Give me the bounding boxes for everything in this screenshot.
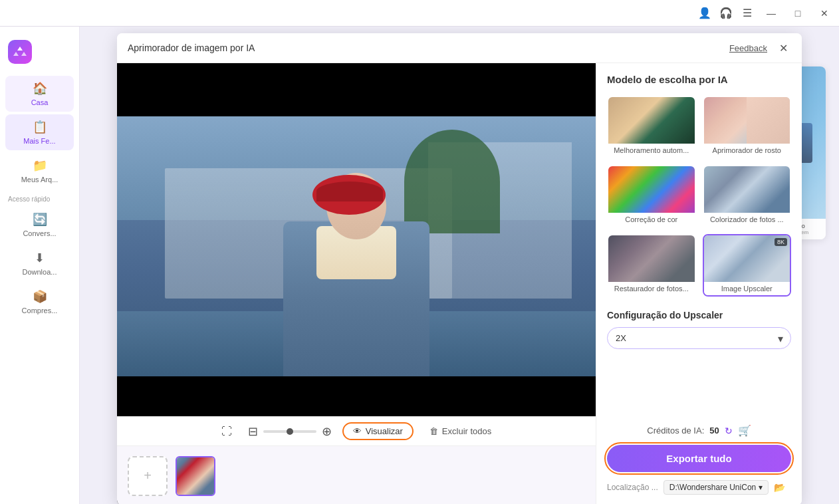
model-label-upscaler: Image Upscaler — [704, 282, 790, 295]
dropdown-wrapper: 2X 4X 8X — [607, 327, 791, 349]
plus-icon: + — [144, 468, 152, 483]
location-row: Localização ... D:\Wondershare UniCon ▾ … — [607, 480, 791, 495]
modal-body: ⛶ ⊟ ⊕ 👁 — [117, 63, 802, 504]
logo-icon — [8, 40, 32, 64]
user-icon[interactable]: 👤 — [698, 7, 711, 20]
model-grid: Melhoramento autom... Aprimorador de ros… — [607, 96, 791, 297]
feedback-link[interactable]: Feedback — [729, 43, 767, 53]
zoom-slider[interactable] — [263, 430, 316, 433]
modal-container: tudo imagem Aprimorador de imagem por IA… — [80, 27, 839, 504]
upscaler-dropdown[interactable]: 2X 4X 8X — [607, 327, 791, 349]
modal-title: Aprimorador de imagem por IA — [128, 43, 255, 53]
zoom-controls: ⊟ ⊕ — [248, 424, 332, 439]
black-bottom — [117, 376, 596, 416]
visualize-button[interactable]: 👁 Visualizar — [342, 422, 414, 440]
right-panel: Modelo de escolha por IA Melhoramento au… — [596, 63, 802, 504]
image-viewer: ⛶ ⊟ ⊕ 👁 — [117, 63, 596, 504]
model-img-face — [704, 97, 790, 144]
fit-icon: ⛶ — [221, 426, 232, 438]
viewer-toolbar: ⛶ ⊟ ⊕ 👁 — [117, 416, 596, 445]
model-label-color: Correção de cor — [608, 213, 695, 226]
convert-icon: 🔄 — [33, 212, 47, 227]
model-img-upscaler: 8K — [704, 235, 790, 282]
content-area: tudo imagem Aprimorador de imagem por IA… — [80, 27, 839, 504]
maximize-button[interactable]: □ — [788, 4, 807, 23]
sidebar-compress-label: Compres... — [22, 307, 58, 315]
sidebar-files-label: Meus Arq... — [21, 176, 59, 184]
cart-icon[interactable]: 🛒 — [738, 424, 751, 437]
image-placeholder — [117, 63, 596, 416]
sidebar-item-download[interactable]: ⬇ Downloa... — [5, 245, 74, 281]
credits-value: 50 — [709, 426, 719, 436]
sidebar: 🏠 Casa 📋 Mais Fe... 📁 Meus Arq... Acesso… — [0, 27, 80, 504]
model-img-auto — [608, 97, 695, 144]
zoom-handle[interactable] — [287, 428, 293, 435]
sidebar-item-compress[interactable]: 📦 Compres... — [5, 284, 74, 320]
files-icon: 📁 — [33, 158, 47, 173]
model-img-restore — [608, 235, 695, 282]
location-chevron: ▾ — [759, 483, 763, 492]
model-label-face: Aprimorador de rosto — [704, 144, 790, 157]
home-icon: 🏠 — [33, 81, 47, 96]
panel-title: Modelo de escolha por IA — [607, 74, 791, 85]
panel-bottom: Créditos de IA: 50 ↻ 🛒 Exportar tudo Loc… — [607, 424, 791, 495]
eye-icon: 👁 — [353, 426, 362, 436]
modal-titlebar: Aprimorador de imagem por IA Feedback ✕ — [117, 33, 802, 63]
location-path-text: D:\Wondershare UniCon — [669, 483, 757, 492]
config-title: Configuração do Upscaler — [607, 310, 791, 320]
model-card-restore[interactable]: Restaurador de fotos... — [607, 234, 696, 297]
refresh-icon[interactable]: ↻ — [725, 426, 733, 436]
black-top — [117, 63, 596, 116]
compress-icon: 📦 — [33, 289, 47, 304]
sidebar-item-convert[interactable]: 🔄 Convers... — [5, 207, 74, 243]
model-img-colorizer — [704, 166, 790, 213]
title-bar: 👤 🎧 ☰ — □ ✕ — [0, 0, 839, 27]
zoom-out-icon[interactable]: ⊟ — [248, 424, 258, 439]
model-card-color[interactable]: Correção de cor — [607, 165, 696, 227]
model-img-color — [608, 166, 695, 213]
location-path[interactable]: D:\Wondershare UniCon ▾ — [663, 480, 769, 495]
sidebar-download-label: Downloa... — [23, 268, 57, 276]
credits-label: Créditos de IA: — [647, 426, 704, 436]
close-button[interactable]: ✕ — [815, 4, 834, 23]
folder-icon[interactable]: 📂 — [774, 482, 785, 493]
zoom-in-icon[interactable]: ⊕ — [322, 424, 332, 439]
model-card-colorizer[interactable]: Colorizador de fotos ... — [703, 165, 792, 227]
model-card-auto[interactable]: Melhoramento autom... — [607, 96, 696, 158]
model-label-restore: Restaurador de fotos... — [608, 282, 695, 295]
model-label-auto: Melhoramento autom... — [608, 144, 695, 157]
modal-close-button[interactable]: ✕ — [775, 40, 791, 56]
visualize-label: Visualizar — [366, 426, 403, 436]
location-label: Localização ... — [607, 483, 658, 492]
badge-8k: 8K — [775, 238, 787, 246]
headphone-icon[interactable]: 🎧 — [719, 7, 733, 20]
sidebar-item-features[interactable]: 📋 Mais Fe... — [5, 114, 74, 150]
main-layout: 🏠 Casa 📋 Mais Fe... 📁 Meus Arq... Acesso… — [0, 27, 839, 504]
thumbnail-item[interactable] — [176, 456, 215, 496]
sidebar-item-files[interactable]: 📁 Meus Arq... — [5, 153, 74, 189]
fit-screen-button[interactable]: ⛶ — [216, 423, 237, 440]
upscaler-config: Configuração do Upscaler 2X 4X 8X — [607, 310, 791, 362]
thumbnail-image — [177, 457, 214, 495]
photo-scene — [117, 116, 596, 376]
model-label-colorizer: Colorizador de fotos ... — [704, 213, 790, 226]
credits-row: Créditos de IA: 50 ↻ 🛒 — [607, 424, 791, 437]
image-display — [117, 63, 596, 416]
download-icon: ⬇ — [35, 251, 45, 265]
filmstrip: + — [117, 445, 596, 504]
sidebar-item-home[interactable]: 🏠 Casa — [5, 76, 74, 112]
add-image-button[interactable]: + — [128, 456, 168, 496]
minimize-button[interactable]: — — [762, 4, 780, 23]
app-window: 👤 🎧 ☰ — □ ✕ 🏠 Casa — [0, 0, 839, 504]
quick-access-label: Acesso rápido — [0, 190, 79, 205]
sidebar-convert-label: Convers... — [23, 229, 56, 237]
sidebar-home-label: Casa — [31, 98, 49, 106]
features-icon: 📋 — [33, 120, 47, 134]
model-card-face[interactable]: Aprimorador de rosto — [703, 96, 792, 158]
delete-all-button[interactable]: 🗑 Excluir todos — [424, 424, 497, 439]
model-card-upscaler[interactable]: 8K Image Upscaler — [703, 234, 792, 297]
menu-icon[interactable]: ☰ — [741, 7, 754, 20]
export-all-button[interactable]: Exportar tudo — [607, 445, 791, 472]
main-modal: Aprimorador de imagem por IA Feedback ✕ — [117, 33, 802, 504]
app-logo — [0, 35, 79, 74]
